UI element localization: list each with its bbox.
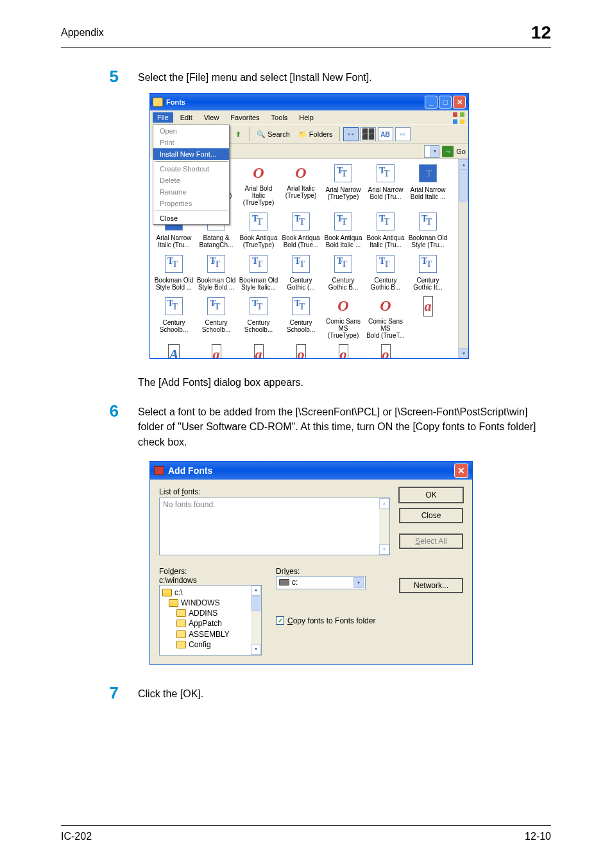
ok-button[interactable]: OK (399, 487, 463, 503)
menu-open[interactable]: Open (153, 125, 229, 137)
close-button[interactable]: Close (399, 508, 463, 523)
vertical-scrollbar[interactable]: ▴ ▾ (458, 159, 468, 358)
network-button[interactable]: Network... (399, 578, 463, 593)
truetype-font-icon (334, 255, 352, 273)
menu-rename[interactable]: Rename (153, 186, 229, 198)
menu-help[interactable]: Help (294, 112, 318, 123)
menu-delete[interactable]: Delete (153, 175, 229, 186)
fonts-titlebar[interactable]: Fonts _ □ ✕ (150, 94, 468, 110)
font-label: Century (153, 319, 195, 326)
menu-edit[interactable]: Edit (176, 112, 197, 123)
folders-tree[interactable]: c:\ WINDOWS ADDINS AppPatch ASSEMBLY Con… (159, 585, 262, 655)
close-button[interactable]: ✕ (454, 464, 468, 478)
font-item[interactable]: CenturySchoolb... (153, 296, 195, 339)
opentype-font-icon: O (333, 296, 353, 317)
view-details-button[interactable]: ≡≡ (395, 127, 411, 141)
folders-button[interactable]: 📁Folders (295, 129, 336, 140)
folder-windows[interactable]: WINDOWS (162, 598, 259, 608)
font-item[interactable]: CenturyGothic B... (322, 254, 364, 291)
font-item[interactable]: Book Antiqua(TrueType) (237, 211, 280, 248)
menu-close[interactable]: Close (153, 213, 229, 224)
folder-assembly[interactable]: ASSEMBLY (162, 629, 259, 639)
menu-view[interactable]: View (200, 112, 224, 123)
font-item[interactable]: Arial Narrow(TrueType) (322, 163, 364, 206)
font-item[interactable]: OArial Bold Italic(TrueType) (237, 163, 280, 206)
menu-properties[interactable]: Properties (153, 198, 229, 209)
up-button[interactable]: ⬆ (230, 126, 246, 142)
font-sublabel: Bold (Tru... (364, 193, 407, 200)
menu-favorites[interactable]: Favorites (226, 112, 264, 123)
font-icon: o (375, 344, 396, 358)
font-label: Century (407, 277, 449, 284)
truetype-font-icon (419, 213, 437, 230)
font-item[interactable]: Bookman OldStyle (Tru... (407, 211, 449, 248)
font-item[interactable]: Bookman OldStyle Bold ... (195, 254, 237, 291)
font-item[interactable]: Book AntiquaBold (True... (280, 211, 322, 248)
font-item[interactable]: Book AntiquaItalic (Tru... (364, 211, 407, 248)
font-label: Century (280, 319, 322, 326)
scroll-track[interactable] (459, 169, 468, 348)
font-item[interactable]: CenturySchoolb... (195, 296, 237, 339)
scroll-up-button[interactable]: ▴ (251, 586, 261, 596)
checkbox-checked-icon[interactable]: ✓ (276, 616, 284, 625)
font-item[interactable]: Arial NarrowBold (Tru... (364, 163, 407, 206)
scroll-down-button[interactable]: ▾ (379, 544, 389, 555)
font-item[interactable]: a (195, 344, 237, 358)
font-item[interactable]: Arial NarrowBold Italic ... (407, 163, 449, 206)
font-item[interactable]: o (364, 344, 407, 358)
menu-print[interactable]: Print (153, 137, 229, 148)
font-item[interactable]: A (153, 344, 195, 358)
font-item[interactable]: o (280, 344, 322, 358)
folder-apppatch[interactable]: AppPatch (162, 618, 259, 629)
drives-select[interactable]: c: ▾ (276, 576, 366, 589)
scroll-down-button[interactable]: ▾ (459, 348, 468, 358)
font-item[interactable]: CenturySchoolb... (280, 296, 322, 339)
add-fonts-titlebar[interactable]: Add Fonts ✕ (150, 462, 472, 480)
folder-config[interactable]: Config (162, 639, 259, 650)
font-label: Century (322, 277, 364, 284)
font-item[interactable]: OComic Sans MSBold (TrueT... (364, 296, 407, 339)
address-dropdown[interactable]: ▾ (424, 145, 439, 158)
folder-icon: 📁 (298, 130, 307, 139)
go-button[interactable]: → (442, 146, 454, 157)
minimize-button[interactable]: _ (425, 96, 438, 108)
select-all-button[interactable]: Select All (399, 534, 463, 549)
font-sublabel: Bold Italic ... (322, 241, 364, 248)
menu-install-new-font[interactable]: Install New Font... (153, 148, 229, 160)
font-item[interactable]: CenturyGothic B... (364, 254, 407, 291)
search-button[interactable]: 🔍Search (253, 129, 293, 140)
font-item[interactable]: OComic Sans MS(TrueType) (322, 296, 364, 339)
folder-scrollbar[interactable]: ▴ ▾ (251, 586, 261, 655)
folders-label: Folders: (159, 567, 262, 576)
view-similarity-button[interactable]: AB (378, 127, 393, 141)
fonts-listbox[interactable]: No fonts found. ▴ ▾ (159, 498, 390, 555)
font-item[interactable]: a (237, 344, 280, 358)
font-item[interactable]: CenturyGothic (... (280, 254, 322, 291)
fonts-grid[interactable]: O)OArial Bold(TrueType)OArial Bold Itali… (72, 159, 458, 358)
font-item[interactable]: CenturySchoolb... (237, 296, 280, 339)
menu-tools[interactable]: Tools (267, 112, 293, 123)
font-item[interactable]: o (322, 344, 364, 358)
folder-addins[interactable]: ADDINS (162, 608, 259, 618)
view-list-button[interactable]: ⬛⬛⬛⬛ (361, 127, 376, 141)
font-item[interactable]: a (407, 296, 449, 339)
view-large-icons-button[interactable]: ▪ ▪ (343, 127, 359, 141)
close-button[interactable]: ✕ (453, 96, 466, 108)
font-item[interactable]: OArial Italic(TrueType) (280, 163, 322, 206)
scroll-up-button[interactable]: ▴ (379, 498, 389, 508)
spacer (399, 567, 463, 578)
menu-create-shortcut[interactable]: Create Shortcut (153, 163, 229, 175)
folder-root[interactable]: c:\ (162, 587, 259, 598)
scroll-thumb[interactable] (251, 596, 260, 611)
font-item[interactable]: CenturyGothic It... (407, 254, 449, 291)
scroll-up-button[interactable]: ▴ (459, 159, 468, 169)
font-item[interactable]: Bookman OldStyle Bold ... (153, 254, 195, 291)
listbox-scrollbar[interactable]: ▴ ▾ (379, 498, 389, 555)
font-item[interactable]: Book AntiquaBold Italic ... (322, 211, 364, 248)
menu-file[interactable]: File (153, 112, 173, 123)
scroll-thumb[interactable] (459, 169, 468, 202)
scroll-down-button[interactable]: ▾ (251, 645, 261, 655)
copy-fonts-checkbox-row[interactable]: ✓ Copy fonts to Fonts folder (276, 616, 385, 625)
maximize-button[interactable]: □ (439, 96, 452, 108)
font-item[interactable]: Bookman OldStyle Italic... (237, 254, 280, 291)
